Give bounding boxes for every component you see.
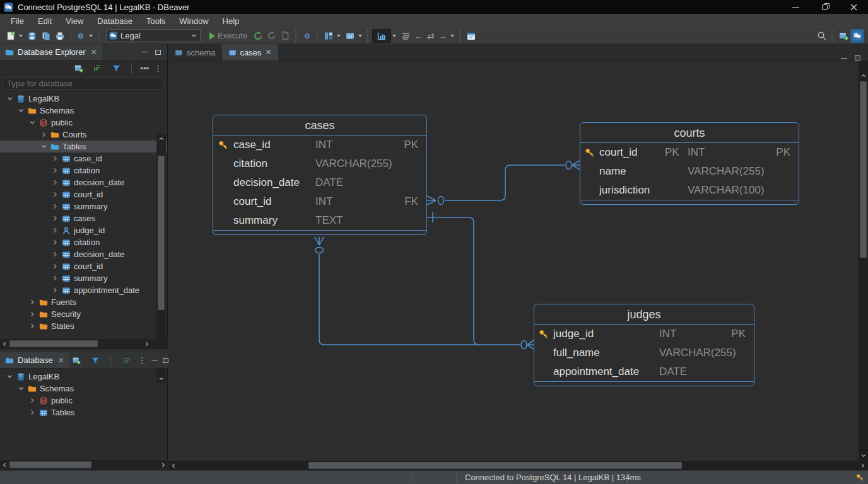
erd-column-court_id[interactable]: court_idINTFK xyxy=(213,192,426,211)
erd-column-court_id[interactable]: court_idPKINTPK xyxy=(580,143,799,162)
arrow-left-icon[interactable]: ← xyxy=(413,31,425,41)
diagram-view-button[interactable] xyxy=(372,29,391,43)
connection-combo[interactable]: Legal xyxy=(106,29,201,42)
export-doc-icon[interactable] xyxy=(279,29,293,43)
status-security-icon[interactable] xyxy=(856,473,864,481)
chevron-down-icon[interactable] xyxy=(40,143,47,150)
tree-item-summary[interactable]: summary xyxy=(0,272,167,284)
menu-edit[interactable]: Edit xyxy=(31,14,59,28)
tree-item-decision-date[interactable]: decision_date xyxy=(0,176,167,188)
dbeaver-button[interactable] xyxy=(850,29,864,43)
tree-item-fuents[interactable]: Fuents xyxy=(0,296,167,308)
link-icon[interactable] xyxy=(74,29,88,43)
chevron-right-icon[interactable] xyxy=(52,227,59,234)
explorer-hscrollbar[interactable] xyxy=(0,339,168,349)
chevron-right-icon[interactable] xyxy=(52,203,59,210)
erd-table-title[interactable]: courts xyxy=(580,123,799,143)
chevron-right-icon[interactable] xyxy=(52,251,59,258)
tree-item-schemas[interactable]: Schemas xyxy=(0,383,168,395)
chevron-right-icon[interactable] xyxy=(52,167,59,174)
navigation-caret[interactable] xyxy=(450,35,454,37)
chevron-right-icon[interactable] xyxy=(52,215,59,222)
kebab-menu-icon[interactable]: ⋮ xyxy=(154,66,162,72)
database-hscroll-thumb[interactable] xyxy=(9,461,91,468)
chevron-down-icon[interactable] xyxy=(29,119,36,126)
database-panel-tab[interactable]: Database ✕ xyxy=(0,352,69,368)
chevron-right-icon[interactable] xyxy=(52,191,59,198)
execute-label[interactable]: Execute xyxy=(218,31,247,40)
erd-column-appointment_date[interactable]: appointment_dateDATE xyxy=(534,362,754,381)
tree-item-cases[interactable]: cases xyxy=(0,212,167,224)
erd-table-judges[interactable]: judgesjudge_idINTPKfull_nameVARCHAR(255)… xyxy=(534,304,754,386)
explorer-vscroll-thumb[interactable] xyxy=(158,156,165,310)
database-filter-input[interactable] xyxy=(3,79,163,88)
combo-caret-icon[interactable] xyxy=(191,32,197,39)
tree-item-legalkb[interactable]: LegalKB xyxy=(0,371,168,383)
chevron-down-icon[interactable] xyxy=(18,107,25,114)
panels-view-icon[interactable] xyxy=(322,29,336,43)
chevron-right-icon[interactable] xyxy=(29,409,36,416)
tree-item-appointment-date[interactable]: appointment_date xyxy=(0,284,167,296)
erd-column-jurisdiction[interactable]: jurisdictionVARCHAR(100) xyxy=(580,181,799,200)
chevron-right-icon[interactable] xyxy=(52,287,59,294)
connections-view-icon[interactable] xyxy=(71,62,85,76)
panel-minimize-icon[interactable] xyxy=(141,52,148,52)
tree-item-tables[interactable]: Tables xyxy=(0,406,168,418)
restore-button[interactable] xyxy=(810,0,839,14)
erd-column-full_name[interactable]: full_nameVARCHAR(255) xyxy=(534,343,754,362)
menu-help[interactable]: Help xyxy=(216,14,247,28)
grid-view-caret[interactable] xyxy=(358,35,362,37)
tree-item-schemas[interactable]: Schemas xyxy=(0,105,167,117)
tab-schema[interactable]: schema xyxy=(168,44,222,60)
canvas-vscroll-thumb[interactable] xyxy=(860,81,867,258)
editor-minimize-icon[interactable] xyxy=(841,58,847,59)
database-explorer-tab[interactable]: Database Explorer ✕ xyxy=(0,44,102,60)
tree-item-court-id[interactable]: court_id xyxy=(0,260,167,272)
explorer-hscroll-thumb[interactable] xyxy=(9,340,98,347)
db-panel-sync-icon[interactable] xyxy=(119,354,133,367)
explorer-tab-close-icon[interactable]: ✕ xyxy=(91,48,97,57)
tree-item-public[interactable]: public xyxy=(0,117,167,129)
grid-view-icon[interactable] xyxy=(343,29,357,43)
close-button[interactable] xyxy=(839,0,868,14)
erd-table-title[interactable]: cases xyxy=(213,115,426,135)
db-panel-filter-icon[interactable] xyxy=(88,354,102,367)
transaction-icon[interactable] xyxy=(300,29,314,43)
erd-table-courts[interactable]: courtscourt_idPKINTPKnameVARCHAR(255)jur… xyxy=(580,122,799,205)
menu-tools[interactable]: Tools xyxy=(139,14,172,28)
tree-item-citation[interactable]: citation xyxy=(0,236,167,248)
tree-item-case-id[interactable]: case_id xyxy=(0,153,167,164)
erd-column-case_id[interactable]: case_idINTPK xyxy=(213,135,426,154)
chevron-right-icon[interactable] xyxy=(52,239,59,246)
db-panel-maximize-icon[interactable] xyxy=(163,358,168,363)
erd-table-cases[interactable]: casescase_idINTPKcitationVARCHAR(255)dec… xyxy=(213,115,427,235)
chevron-right-icon[interactable] xyxy=(29,323,36,330)
chevron-right-icon[interactable] xyxy=(52,263,59,270)
ellipsis-icon[interactable]: ••• xyxy=(140,66,149,72)
tree-item-judge-id[interactable]: judge_id xyxy=(0,224,167,236)
arrow-right-icon[interactable]: → xyxy=(437,31,449,41)
print-icon[interactable] xyxy=(53,29,67,43)
add-connection-icon[interactable] xyxy=(836,29,850,43)
chevron-right-icon[interactable] xyxy=(29,311,36,318)
erd-column-judge_id[interactable]: judge_idINTPK xyxy=(534,325,754,343)
tree-item-tables[interactable]: Tables xyxy=(0,141,167,153)
align-rows-icon[interactable] xyxy=(399,29,413,43)
panel-maximize-icon[interactable] xyxy=(155,50,161,55)
filter-icon[interactable] xyxy=(109,62,123,76)
tree-item-security[interactable]: Security xyxy=(0,308,167,320)
swap-icon[interactable]: ⇄ xyxy=(425,31,437,41)
chevron-right-icon[interactable] xyxy=(40,131,47,138)
execute-play-icon[interactable] xyxy=(209,32,215,40)
chevron-right-icon[interactable] xyxy=(52,155,59,162)
tree-item-legalkb[interactable]: LegalKB xyxy=(0,93,167,105)
database-panel-close-icon[interactable]: ✕ xyxy=(58,356,64,365)
db-panel-kebab-icon[interactable]: ⋮ xyxy=(138,357,146,364)
menu-file[interactable]: File xyxy=(4,14,31,28)
new-connection-icon[interactable] xyxy=(4,29,18,43)
menu-database[interactable]: Database xyxy=(90,14,139,28)
canvas-vscrollbar[interactable] xyxy=(859,61,868,461)
tree-item-states[interactable]: States xyxy=(0,320,167,332)
db-panel-minimize-icon[interactable] xyxy=(151,360,158,360)
database-hscrollbar[interactable] xyxy=(0,460,168,470)
